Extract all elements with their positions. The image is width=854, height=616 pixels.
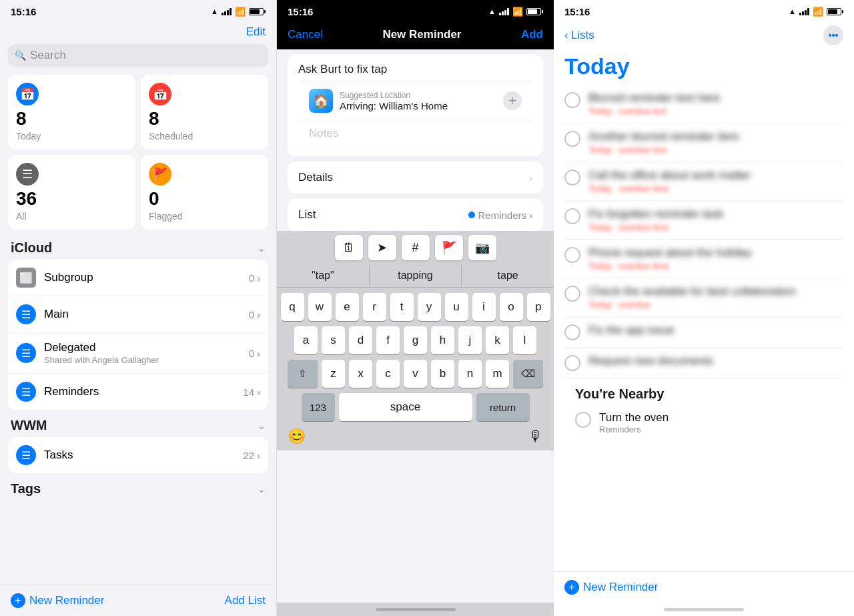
complete-button-5[interactable] [564,247,580,263]
new-reminder-button[interactable]: + New Reminder [11,593,104,608]
key-y[interactable]: y [418,293,441,321]
list-item-reminders[interactable]: ☰ Reminders 14 › [8,374,268,410]
key-s[interactable]: s [322,326,345,354]
more-button[interactable]: ••• [823,25,843,45]
add-button[interactable]: Add [521,28,543,41]
new-reminder-button-right[interactable]: + New Reminder [564,580,658,595]
key-i[interactable]: i [472,293,496,321]
item-title-7: Fix the app issue [588,324,843,337]
smart-card-all[interactable]: ☰ 36 All [8,155,135,230]
key-t[interactable]: t [390,293,414,321]
icloud-chevron-icon[interactable]: ⌄ [258,243,266,254]
key-x[interactable]: x [349,360,372,388]
key-v[interactable]: v [404,360,427,388]
key-l[interactable]: l [513,326,536,354]
toolbar-calendar-button[interactable]: 🗓 [335,235,363,260]
location-add-button[interactable]: + [503,91,522,110]
emoji-button[interactable]: 😊 [288,428,306,445]
all-icon: ☰ [16,163,39,186]
edit-button[interactable]: Edit [246,25,266,39]
delegated-icon: ☰ [16,343,36,363]
autocomplete-tape[interactable]: tape [462,264,554,287]
key-n[interactable]: n [458,360,482,388]
key-j[interactable]: j [458,326,482,354]
key-r[interactable]: r [363,293,386,321]
smart-card-today[interactable]: 📅 8 Today [8,75,135,149]
key-d[interactable]: d [349,326,372,354]
search-bar[interactable]: 🔍 Search [8,44,268,67]
autocomplete-tapping[interactable]: tapping [370,264,462,287]
wwm-chevron-icon[interactable]: ⌄ [258,420,266,431]
plus-circle-right-icon: + [564,580,579,595]
autocomplete-tap[interactable]: "tap" [277,264,370,287]
key-z[interactable]: z [322,360,345,388]
key-row-2: a s d f g h j k l [279,326,552,354]
back-button[interactable]: ‹ Lists [564,29,594,42]
complete-button-6[interactable] [564,286,580,302]
complete-button-4[interactable] [564,208,580,224]
item-title-5: Phone request about the holiday [588,246,843,260]
complete-button-3[interactable] [564,170,580,186]
wifi-icon-right: 📶 [813,7,823,17]
toolbar-camera-button[interactable]: 📷 [468,235,496,260]
toolbar-tag-button[interactable]: # [402,235,430,260]
key-u[interactable]: u [445,293,468,321]
key-space[interactable]: space [339,393,472,421]
key-c[interactable]: c [376,360,400,388]
modal-title: New Reminder [382,28,461,41]
home-bar-right [664,608,744,611]
reminders-name: Reminders [44,385,235,398]
key-shift[interactable]: ⇧ [288,360,318,388]
toolbar-location-button[interactable]: ➤ [368,235,396,260]
location-icon-right: ▲ [789,7,796,15]
today-label: Today [16,131,127,141]
notes-area[interactable]: Notes [298,121,532,148]
list-card-label: List [298,208,468,222]
complete-button-2[interactable] [564,131,580,147]
complete-button-7[interactable] [564,324,580,340]
key-e[interactable]: e [336,293,359,321]
key-g[interactable]: g [404,326,427,354]
complete-button-8[interactable] [564,355,580,371]
key-o[interactable]: o [500,293,523,321]
cancel-button[interactable]: Cancel [288,28,323,41]
list-item-delegated[interactable]: ☰ Delegated Shared with Angela Gallagher… [8,333,268,374]
smart-card-flagged[interactable]: 🚩 0 Flagged [141,155,268,230]
list-card[interactable]: List Reminders › [288,199,543,231]
key-k[interactable]: k [486,326,509,354]
mic-button[interactable]: 🎙 [528,428,543,445]
nearby-item-title: Turn the oven [599,411,833,424]
key-b[interactable]: b [431,360,454,388]
key-q[interactable]: q [281,293,304,321]
main-icon: ☰ [16,304,36,324]
nearby-item-oven: Turn the oven Reminders [564,404,843,441]
key-h[interactable]: h [431,326,454,354]
key-m[interactable]: m [486,360,509,388]
tags-chevron-icon[interactable]: ⌄ [258,484,266,495]
complete-button-1[interactable] [564,92,580,108]
today-item: Request new documents [564,348,843,378]
home-indicator-right [554,603,854,616]
smart-card-scheduled[interactable]: 📅 8 Scheduled [141,75,268,149]
item-info-8: Request new documents [588,354,843,369]
key-return[interactable]: return [476,393,530,421]
item-info-4: Fix forgotten reminder task Today · over… [588,208,843,232]
nearby-item-sub: Reminders [599,424,833,434]
status-icons-left: ▲ 📶 [211,7,266,17]
key-f[interactable]: f [376,326,400,354]
key-a[interactable]: a [294,326,318,354]
list-item-subgroup[interactable]: ⬜ Subgroup 0 › [8,260,268,296]
reminder-text-input[interactable] [298,63,532,76]
tasks-count: 22 [243,450,254,461]
key-123[interactable]: 123 [302,393,335,421]
add-list-button[interactable]: Add List [225,594,266,607]
key-w[interactable]: w [308,293,332,321]
list-item-main[interactable]: ☰ Main 0 › [8,296,268,333]
key-p[interactable]: p [527,293,550,321]
list-item-tasks[interactable]: ☰ Tasks 22 › [8,437,268,473]
subgroup-right: 0 › [249,272,260,284]
complete-button-oven[interactable] [575,412,591,428]
key-delete[interactable]: ⌫ [513,360,543,388]
toolbar-flag-button[interactable]: 🚩 [435,235,463,260]
details-card[interactable]: Details › [288,162,543,194]
